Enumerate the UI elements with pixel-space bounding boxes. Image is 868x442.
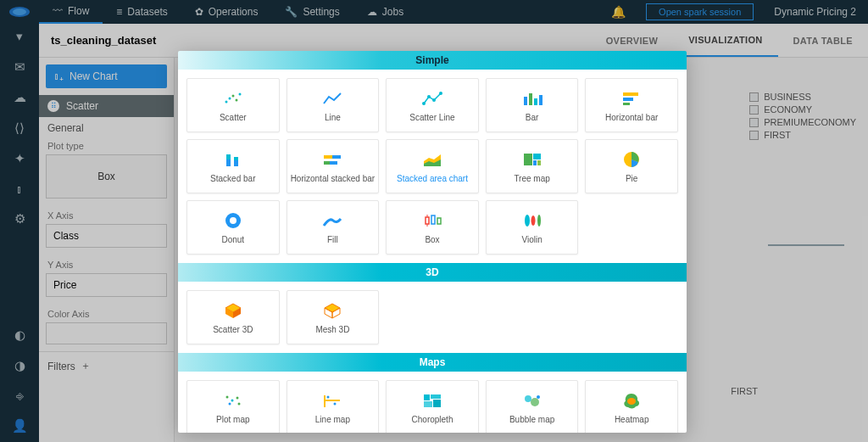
chart-card-bar[interactable]: Bar xyxy=(486,78,579,132)
svg-rect-15 xyxy=(623,92,638,96)
chart-card-scatter[interactable]: Scatter xyxy=(186,78,280,132)
card-label: Donut xyxy=(221,235,244,244)
chart-card-stacked-bar[interactable]: Stacked bar xyxy=(186,139,280,193)
svg-point-56 xyxy=(327,395,330,398)
svg-point-57 xyxy=(334,402,337,405)
chart-card-pie[interactable]: Pie xyxy=(585,139,678,193)
card-label: Heatmap xyxy=(615,415,649,424)
card-label: Choropleth xyxy=(412,415,453,424)
svg-point-41 xyxy=(531,215,535,226)
svg-rect-38 xyxy=(431,215,435,224)
svg-rect-14 xyxy=(539,95,542,105)
svg-rect-31 xyxy=(537,160,541,165)
svg-point-5 xyxy=(235,98,237,101)
heatmap-icon xyxy=(621,391,642,410)
svg-point-7 xyxy=(422,102,426,105)
chart-card-mesh3d[interactable]: Mesh 3D xyxy=(287,290,380,344)
svg-marker-46 xyxy=(325,304,340,312)
bar-icon xyxy=(521,89,543,108)
svg-point-3 xyxy=(228,97,231,99)
card-label: Scatter xyxy=(220,113,247,122)
chart-card-scatter-line[interactable]: Scatter Line xyxy=(386,78,479,132)
chart-card-line[interactable]: Line xyxy=(287,78,380,132)
svg-rect-13 xyxy=(534,98,537,105)
svg-point-34 xyxy=(230,217,236,224)
donut-icon xyxy=(224,211,242,230)
stacked-area-icon xyxy=(421,150,443,169)
svg-point-10 xyxy=(439,92,442,95)
svg-rect-61 xyxy=(433,400,441,407)
chart-card-donut[interactable]: Donut xyxy=(186,200,280,255)
chart-card-choropleth[interactable]: Choropleth xyxy=(386,380,479,433)
chart-card-hstacked-bar[interactable]: Horizontal stacked bar xyxy=(287,139,380,193)
card-label: Tree map xyxy=(514,174,549,183)
svg-point-40 xyxy=(525,215,530,227)
svg-point-9 xyxy=(432,98,436,102)
chart-type-modal: Simple ScatterLineScatter LineBarHorizon… xyxy=(178,51,687,433)
hbar-icon xyxy=(620,89,643,108)
fill-icon xyxy=(321,211,343,230)
linemap-icon xyxy=(321,391,343,410)
svg-point-4 xyxy=(231,94,234,97)
card-label: Bar xyxy=(526,113,539,122)
grid-simple: ScatterLineScatter LineBarHorizontal bar… xyxy=(178,70,687,263)
svg-rect-39 xyxy=(437,218,441,224)
section-maps: Maps xyxy=(178,353,687,372)
chart-card-scatter3d[interactable]: Scatter 3D xyxy=(186,290,280,344)
svg-rect-11 xyxy=(524,97,527,105)
chart-card-heatmap[interactable]: Heatmap xyxy=(585,380,678,433)
svg-rect-58 xyxy=(424,394,430,400)
card-label: Horizontal bar xyxy=(605,113,658,122)
card-label: Scatter 3D xyxy=(213,325,253,334)
svg-point-2 xyxy=(225,100,227,103)
chart-card-linemap[interactable]: Line map xyxy=(287,380,380,433)
chart-card-treemap[interactable]: Tree map xyxy=(486,139,579,193)
svg-rect-35 xyxy=(426,217,429,224)
chart-card-hbar[interactable]: Horizontal bar xyxy=(585,78,678,132)
svg-point-64 xyxy=(537,395,540,399)
card-label: Pie xyxy=(626,174,637,183)
svg-point-65 xyxy=(627,398,636,405)
chart-card-box[interactable]: Box xyxy=(386,200,479,255)
section-3d: 3D xyxy=(178,263,687,282)
chart-card-fill[interactable]: Fill xyxy=(287,200,380,255)
svg-rect-60 xyxy=(424,401,432,407)
scatter-icon xyxy=(222,89,244,108)
svg-point-6 xyxy=(238,92,241,95)
grid-3d: Scatter 3DMesh 3D xyxy=(178,282,687,353)
card-label: Line xyxy=(325,113,341,122)
card-label: Fill xyxy=(327,235,338,244)
svg-rect-19 xyxy=(226,154,231,159)
card-label: Box xyxy=(425,235,439,244)
card-label: Stacked bar xyxy=(210,174,255,183)
choropleth-icon xyxy=(421,391,443,410)
svg-rect-30 xyxy=(533,160,537,165)
svg-rect-12 xyxy=(529,93,532,105)
card-label: Scatter Line xyxy=(409,113,454,122)
pie-icon xyxy=(622,150,641,169)
svg-rect-28 xyxy=(524,154,532,165)
chart-card-bubblemap[interactable]: Bubble map xyxy=(486,380,579,433)
svg-point-62 xyxy=(525,395,531,402)
svg-rect-59 xyxy=(431,394,441,399)
svg-rect-23 xyxy=(324,155,332,159)
chart-card-violin[interactable]: Violin xyxy=(486,200,579,255)
chart-card-plotmap[interactable]: Plot map xyxy=(186,380,280,433)
svg-point-50 xyxy=(231,399,233,401)
card-label: Stacked area chart xyxy=(397,174,468,183)
card-label: Line map xyxy=(315,415,350,424)
scatter-line-icon xyxy=(421,89,443,108)
svg-rect-21 xyxy=(234,157,238,160)
section-simple: Simple xyxy=(178,51,687,70)
svg-point-52 xyxy=(228,402,231,405)
card-label: Violin xyxy=(521,235,542,244)
svg-rect-25 xyxy=(324,161,330,165)
chart-card-stacked-area[interactable]: Stacked area chart xyxy=(386,139,479,193)
svg-rect-16 xyxy=(623,98,633,101)
card-label: Plot map xyxy=(216,415,249,424)
mesh3d-icon xyxy=(322,301,342,320)
svg-point-42 xyxy=(537,215,541,227)
card-label: Bubble map xyxy=(509,415,554,424)
svg-point-49 xyxy=(225,395,228,398)
line-icon xyxy=(321,89,343,108)
